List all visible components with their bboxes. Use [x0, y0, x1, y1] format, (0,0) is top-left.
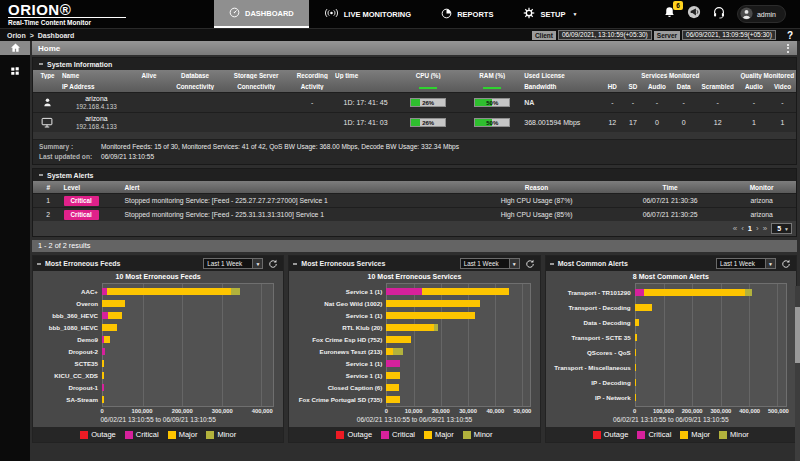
main-nav: DASHBOARD LIVE MONITORING REPORTS SETUP …	[214, 0, 592, 28]
vertical-scrollbar[interactable]	[795, 286, 800, 461]
cpu-progress-bar: 26%	[410, 98, 446, 107]
nav-live-monitoring[interactable]: LIVE MONITORING	[309, 0, 426, 28]
brand-logo: ORION® Real-Time Content Monitor	[0, 0, 140, 28]
collapse-icon[interactable]	[39, 174, 43, 176]
chart-bar	[386, 324, 530, 331]
chart-body: 10 Most Erroneous Services Service 1 (1)…	[289, 271, 539, 427]
chart-category-label: RTL Klub (20)	[294, 324, 386, 331]
kebab-menu-icon[interactable]	[785, 44, 791, 53]
col-header: Type	[33, 72, 62, 79]
page-size-value: 5	[777, 225, 781, 232]
chart-category-label: Euronews Teszt (213)	[294, 348, 386, 355]
chart-category-label: Dropout-2	[38, 348, 102, 355]
period-select[interactable]: Last 1 Week▼	[716, 258, 776, 269]
collapse-icon[interactable]	[37, 263, 41, 265]
notifications-bell-button[interactable]: 6	[663, 5, 676, 23]
pagination-current-page[interactable]: 1	[748, 224, 752, 233]
alert-row: 2 Critical Stopped monitoring Service: […	[33, 207, 796, 221]
page-size-select[interactable]: 5 ▼	[771, 223, 792, 234]
nav-label: SETUP	[540, 10, 565, 19]
x-tick-label: 200,000	[682, 408, 703, 414]
legend-swatch	[206, 431, 214, 439]
bar-segment-major	[635, 349, 636, 356]
ram-legend-line	[460, 85, 524, 89]
period-value: Last 1 Week	[720, 260, 755, 267]
chart-bar	[635, 379, 787, 386]
bar-segment-critical	[635, 289, 644, 296]
chart-panel-header: Most Erroneous Services Last 1 Week▼	[289, 256, 539, 271]
chart-body: 10 Most Erroneous Feeds AAC+Overonbbb_36…	[33, 271, 283, 427]
pagination-first-button[interactable]: «	[733, 224, 737, 234]
chart-panel-header: Most Erroneous Feeds Last 1 Week▼	[33, 256, 283, 271]
chart-body: 8 Most Common Alerts Transport - TR10129…	[546, 271, 796, 427]
bar-segment-major	[386, 384, 398, 391]
chart-bar-row: Data - Decoding	[551, 319, 791, 326]
x-tick-label: 10,000	[405, 408, 423, 414]
legend-item-outage: Outage	[336, 430, 372, 439]
summary-label: Summary :	[39, 143, 101, 150]
scrambled-count: 12	[697, 119, 739, 126]
period-value: Last 1 Week	[207, 260, 242, 267]
bar-segment-major	[102, 396, 104, 403]
collapse-icon[interactable]	[293, 263, 297, 265]
period-select[interactable]: Last 1 Week▼	[460, 258, 520, 269]
col-header: Alive	[131, 72, 168, 79]
client-person-icon	[33, 97, 62, 108]
chart-category-label: Service 1 (1)	[294, 288, 386, 295]
summary-section: Summary : Monitored Feeds: 15 of 30, Mon…	[33, 139, 796, 164]
refresh-button[interactable]	[524, 258, 536, 270]
chevron-down-icon: ▼	[572, 11, 577, 17]
sidebar-home-button[interactable]	[0, 41, 30, 55]
nav-reports[interactable]: REPORTS	[426, 0, 508, 28]
legend-swatch	[125, 431, 133, 439]
pagination-last-button[interactable]: »	[763, 224, 767, 234]
legend-item-minor: Minor	[719, 430, 749, 439]
bar-segment-critical	[102, 348, 105, 355]
legend-swatch	[463, 431, 471, 439]
legend-label: Critical	[136, 430, 159, 439]
chart-bar	[635, 289, 787, 296]
nav-dashboard[interactable]: DASHBOARD	[214, 0, 309, 28]
chart-bar	[635, 394, 787, 401]
help-button[interactable]: ?	[787, 30, 793, 41]
col-header: Connectivity	[167, 83, 223, 90]
chart-bar	[102, 324, 274, 331]
pagination-next-button[interactable]: ›	[756, 224, 759, 234]
chevron-down-icon: ▼	[765, 259, 775, 268]
legend-swatch	[593, 431, 601, 439]
col-header: Audio	[739, 83, 770, 90]
top-right-actions: 6 admin	[663, 0, 800, 28]
user-menu[interactable]: admin	[737, 5, 786, 23]
sidebar-apps-button[interactable]	[0, 64, 30, 78]
period-select[interactable]: Last 1 Week▼	[203, 258, 263, 269]
bar-segment-major	[422, 288, 509, 295]
server-monitor-icon	[33, 117, 62, 128]
chart-bar-row: IP - Decoding	[551, 379, 791, 386]
bar-segment-major	[386, 324, 434, 331]
announcements-button[interactable]	[687, 5, 701, 23]
breadcrumb-root[interactable]: Orion	[7, 32, 26, 39]
refresh-button[interactable]	[267, 258, 279, 270]
chart-category-label: AAC+	[38, 288, 102, 295]
collapse-icon[interactable]	[550, 263, 554, 265]
refresh-button[interactable]	[780, 258, 792, 270]
period-value: Last 1 Week	[464, 260, 499, 267]
chart-title: 8 Most Common Alerts	[551, 273, 791, 283]
collapse-icon[interactable]	[39, 63, 43, 65]
chart-category-label: SA-Stream	[38, 396, 102, 403]
chart-title: 10 Most Erroneous Feeds	[38, 273, 278, 283]
col-header: RAM (%)	[460, 72, 524, 79]
scrollbar-thumb[interactable]	[795, 307, 800, 363]
nav-setup[interactable]: SETUP ▼	[508, 0, 592, 28]
chart-title: 10 Most Erroneous Services	[294, 273, 534, 283]
pagination-prev-button[interactable]: ‹	[741, 224, 744, 234]
monitor-name: arizona	[62, 115, 131, 123]
support-button[interactable]	[712, 5, 726, 23]
bar-segment-minor	[434, 324, 438, 331]
monitor-ip: 192.168.4.133	[62, 123, 131, 130]
page-title-bar: Home	[32, 41, 797, 55]
chart-date-range: 06/02/21 13:10:55 to 06/09/21 13:10:55	[38, 416, 278, 427]
chart-bar	[102, 384, 274, 391]
alert-count-badge: 6	[673, 1, 683, 10]
bar-segment-major	[102, 372, 104, 379]
